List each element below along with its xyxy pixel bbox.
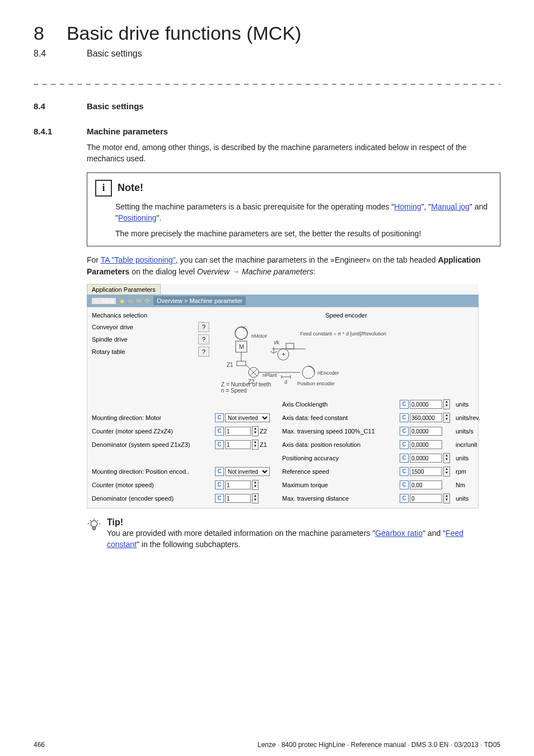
svg-line-35 bbox=[90, 520, 91, 521]
tip-body: You are provided with more detailed info… bbox=[107, 528, 488, 550]
svg-text:nEncoder: nEncoder bbox=[317, 370, 339, 376]
svg-line-29 bbox=[270, 351, 274, 353]
gear-icon[interactable]: ✉ bbox=[137, 297, 142, 305]
info-icon: i bbox=[95, 180, 112, 197]
param-right-label: Axis Clocklength bbox=[282, 401, 400, 408]
param-right-input[interactable] bbox=[410, 454, 442, 463]
param-right-input[interactable] bbox=[410, 480, 442, 489]
c-badge[interactable]: C bbox=[215, 467, 224, 476]
c-badge[interactable]: C bbox=[400, 427, 409, 436]
svg-text:nPlant: nPlant bbox=[263, 372, 277, 378]
mech-spindle-label: Spindle drive bbox=[92, 336, 128, 343]
param-suffix: Z2 bbox=[260, 428, 267, 435]
param-right-input[interactable] bbox=[410, 400, 442, 409]
spinner[interactable]: ▲▼ bbox=[443, 413, 450, 423]
svg-text:d: d bbox=[284, 379, 287, 385]
c-badge[interactable]: C bbox=[215, 440, 224, 449]
spinner[interactable]: ▲▼ bbox=[252, 426, 259, 436]
speed-encoder-label: Speed encoder bbox=[219, 312, 474, 319]
param-left-label: Denominator (encoder speed) bbox=[92, 495, 215, 502]
param-unit: Nm bbox=[456, 482, 478, 488]
section-8-4-1-number: 8.4.1 bbox=[34, 127, 64, 136]
link-positioning[interactable]: Positioning bbox=[118, 213, 157, 222]
spinner[interactable]: ▲▼ bbox=[443, 493, 450, 503]
link-gearbox-ratio[interactable]: Gearbox ratio bbox=[375, 529, 423, 538]
section-8-4-number: 8.4 bbox=[34, 101, 64, 111]
param-left-label: Mounting direction: Position encod.. bbox=[92, 468, 215, 475]
tab-application-parameters[interactable]: Application Parameters bbox=[87, 284, 161, 295]
param-right-label: Maximum torque bbox=[282, 482, 400, 488]
c-badge[interactable]: C bbox=[215, 413, 224, 422]
param-unit: units/s bbox=[456, 428, 478, 435]
c-badge[interactable]: C bbox=[400, 413, 409, 422]
svg-rect-6 bbox=[237, 361, 246, 366]
help-rotary-button[interactable]: ? bbox=[198, 347, 209, 357]
param-unit: rpm bbox=[456, 468, 478, 475]
param-right-label: Max. traversing distance bbox=[282, 495, 400, 502]
param-right-input[interactable] bbox=[410, 467, 442, 476]
param-left-input[interactable] bbox=[225, 480, 251, 489]
c-badge[interactable]: C bbox=[400, 454, 409, 463]
c-badge[interactable]: C bbox=[400, 440, 409, 449]
note-box: i Note! Setting the machine parameters i… bbox=[87, 172, 500, 247]
mounting-direction-select[interactable]: Not inverted bbox=[225, 467, 270, 476]
spinner[interactable]: ▲▼ bbox=[252, 440, 259, 450]
svg-line-36 bbox=[97, 520, 99, 521]
svg-text:nMotor: nMotor bbox=[251, 333, 267, 339]
param-left-input[interactable] bbox=[225, 427, 251, 436]
mounting-direction-select[interactable]: Not inverted bbox=[225, 413, 270, 422]
spinner[interactable]: ▲▼ bbox=[252, 493, 259, 503]
c-badge[interactable]: C bbox=[400, 400, 409, 409]
nav-icon[interactable]: ◆ bbox=[120, 297, 124, 305]
tip-title: Tip! bbox=[107, 517, 488, 528]
refresh-icon[interactable]: ⟳ bbox=[145, 297, 150, 305]
c-badge[interactable]: C bbox=[215, 480, 224, 489]
param-right-input[interactable] bbox=[410, 413, 442, 422]
param-left-input[interactable] bbox=[225, 494, 251, 503]
section-number-header: 8.4 bbox=[34, 49, 64, 59]
spinner[interactable]: ▲▼ bbox=[443, 453, 450, 463]
param-right-label: Max. traversing speed 100%_C11 bbox=[282, 428, 400, 435]
param-right-input[interactable] bbox=[410, 427, 442, 436]
param-left-label: Counter (motor speed) bbox=[92, 482, 215, 488]
section-8-4-title: Basic settings bbox=[87, 101, 144, 111]
spinner[interactable]: ▲▼ bbox=[443, 399, 450, 409]
page-number: 466 bbox=[34, 741, 45, 749]
help-conveyor-button[interactable]: ? bbox=[198, 322, 209, 332]
section-8-4-1-title: Machine parameters bbox=[87, 127, 168, 136]
svg-rect-37 bbox=[93, 527, 96, 529]
param-left-input[interactable] bbox=[225, 440, 251, 449]
param-left-label: Mounting direction: Motor bbox=[92, 414, 215, 421]
svg-point-31 bbox=[91, 521, 97, 527]
svg-line-11 bbox=[246, 365, 250, 369]
note-line-2: The more precisely the machine parameter… bbox=[115, 228, 492, 239]
spinner[interactable]: ▲▼ bbox=[443, 466, 450, 477]
help-spindle-button[interactable]: ? bbox=[198, 334, 209, 344]
svg-rect-25 bbox=[286, 343, 294, 349]
link-homing[interactable]: Homing bbox=[394, 202, 421, 211]
link-manual-jog[interactable]: Manual jog bbox=[431, 202, 470, 211]
breadcrumb-bar: ← Back ◆ ▭ ✉ ⟳ Overview > Machine parame… bbox=[87, 295, 479, 307]
svg-text:Position encoder: Position encoder bbox=[297, 381, 335, 386]
svg-text:Feed constant = π * d [unit]/R: Feed constant = π * d [unit]/Revolution bbox=[300, 331, 386, 337]
param-left-label: Denominator (system speed Z1xZ3) bbox=[92, 441, 215, 448]
c-badge[interactable]: C bbox=[400, 467, 409, 476]
rect-icon[interactable]: ▭ bbox=[128, 297, 133, 305]
param-unit: units bbox=[456, 401, 478, 408]
param-suffix: Z1 bbox=[260, 441, 267, 448]
c-badge[interactable]: C bbox=[400, 494, 409, 503]
svg-text:Z1: Z1 bbox=[227, 362, 233, 368]
divider-dashes: _ _ _ _ _ _ _ _ _ _ _ _ _ _ _ _ _ _ _ _ … bbox=[34, 76, 500, 85]
c-badge[interactable]: C bbox=[215, 494, 224, 503]
param-unit: incr/unit bbox=[456, 441, 478, 448]
link-ta-table-positioning[interactable]: TA "Table positioning" bbox=[101, 255, 176, 264]
chapter-number: 8 bbox=[34, 22, 44, 44]
c-badge[interactable]: C bbox=[400, 480, 409, 489]
back-button[interactable]: ← Back bbox=[91, 297, 116, 305]
c-badge[interactable]: C bbox=[215, 427, 224, 436]
param-right-input[interactable] bbox=[410, 494, 442, 503]
spinner[interactable]: ▲▼ bbox=[252, 480, 259, 490]
chapter-title: Basic drive functions (MCK) bbox=[67, 22, 301, 44]
param-right-input[interactable] bbox=[410, 440, 442, 449]
param-unit: units bbox=[456, 455, 478, 461]
